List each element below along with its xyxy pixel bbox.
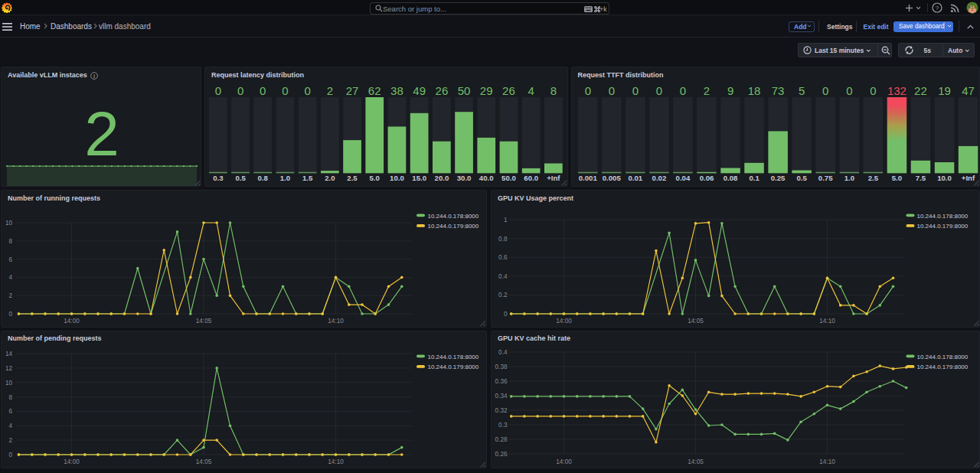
svg-text:0: 0	[305, 84, 311, 97]
svg-text:14:10: 14:10	[819, 318, 835, 325]
svg-text:14:05: 14:05	[196, 318, 212, 325]
svg-text:10: 10	[5, 379, 13, 386]
svg-text:0: 0	[260, 84, 266, 97]
svg-text:12: 12	[5, 364, 13, 371]
svg-text:50: 50	[458, 84, 471, 97]
svg-text:10.244.0.178:8000: 10.244.0.178:8000	[428, 353, 479, 360]
svg-text:73: 73	[771, 84, 784, 97]
svg-text:8: 8	[8, 393, 12, 400]
svg-text:14: 14	[5, 351, 13, 357]
svg-text:6: 6	[8, 408, 12, 415]
svg-text:26: 26	[502, 84, 515, 97]
svg-text:5.0: 5.0	[370, 174, 380, 182]
svg-text:10.0: 10.0	[390, 174, 404, 182]
svg-text:10.244.0.179:8000: 10.244.0.179:8000	[916, 223, 968, 230]
svg-text:4: 4	[8, 274, 12, 281]
svg-text:0.38: 0.38	[495, 364, 507, 370]
svg-text:2: 2	[8, 292, 12, 299]
svg-text:0.06: 0.06	[699, 174, 714, 182]
svg-text:47: 47	[962, 84, 975, 97]
svg-text:38: 38	[390, 84, 403, 97]
svg-text:0: 0	[584, 84, 590, 97]
svg-text:1.5: 1.5	[302, 174, 313, 182]
svg-text:7.5: 7.5	[915, 174, 926, 182]
svg-text:0.2: 0.2	[498, 292, 508, 298]
svg-text:0: 0	[632, 84, 638, 97]
svg-text:1.0: 1.0	[280, 174, 290, 182]
svg-text:19: 19	[938, 84, 951, 97]
svg-text:10.244.0.178:8000: 10.244.0.178:8000	[916, 213, 968, 220]
svg-text:0: 0	[679, 84, 685, 97]
svg-text:2: 2	[8, 437, 12, 444]
svg-text:0: 0	[608, 84, 614, 97]
svg-text:0.001: 0.001	[578, 174, 597, 182]
svg-text:0.1: 0.1	[749, 174, 760, 182]
svg-text:0.04: 0.04	[675, 174, 690, 182]
svg-text:14:10: 14:10	[819, 458, 835, 465]
svg-text:14:00: 14:00	[64, 318, 80, 325]
svg-text:0.75: 0.75	[818, 174, 832, 182]
svg-text:50.0: 50.0	[501, 174, 516, 182]
svg-text:0.3: 0.3	[498, 422, 508, 429]
svg-text:0.8: 0.8	[258, 174, 269, 182]
svg-text:8: 8	[550, 84, 557, 97]
svg-text:0.25: 0.25	[770, 174, 785, 182]
svg-text:10.244.0.178:8000: 10.244.0.178:8000	[916, 353, 968, 360]
svg-text:0: 0	[822, 84, 828, 97]
svg-text:10: 10	[5, 220, 13, 227]
svg-text:0.02: 0.02	[652, 174, 666, 182]
svg-text:0.5: 0.5	[796, 174, 807, 182]
svg-text:14:00: 14:00	[64, 458, 80, 465]
svg-text:+Inf: +Inf	[961, 174, 975, 182]
svg-text:4: 4	[8, 422, 12, 429]
svg-text:0.5: 0.5	[235, 174, 246, 182]
svg-text:6: 6	[8, 256, 12, 263]
svg-text:10.244.0.179:8000: 10.244.0.179:8000	[916, 364, 968, 370]
svg-text:14:05: 14:05	[688, 318, 704, 325]
svg-text:0: 0	[8, 311, 12, 318]
svg-text:1: 1	[503, 217, 507, 223]
svg-text:2.5: 2.5	[347, 174, 358, 182]
svg-text:2.5: 2.5	[867, 174, 878, 182]
svg-text:5: 5	[799, 84, 805, 97]
svg-text:0: 0	[282, 84, 288, 97]
svg-text:40.0: 40.0	[479, 174, 494, 182]
svg-text:0: 0	[655, 84, 662, 97]
svg-text:14:00: 14:00	[556, 458, 572, 465]
svg-text:0: 0	[503, 311, 507, 318]
svg-text:20.0: 20.0	[435, 174, 449, 182]
svg-text:0: 0	[237, 84, 243, 97]
svg-text:8: 8	[8, 238, 12, 245]
svg-text:49: 49	[413, 84, 426, 97]
svg-text:2: 2	[327, 84, 333, 97]
svg-text:62: 62	[368, 84, 381, 97]
svg-text:i: i	[93, 73, 95, 80]
svg-text:14:10: 14:10	[328, 458, 344, 465]
svg-text:9: 9	[727, 84, 733, 97]
svg-text:0.36: 0.36	[495, 378, 507, 385]
svg-text:10.244.0.179:8000: 10.244.0.179:8000	[428, 223, 479, 230]
svg-text:30.0: 30.0	[457, 174, 472, 182]
svg-text:2: 2	[84, 99, 119, 168]
svg-text:?: ?	[936, 5, 939, 11]
svg-text:0: 0	[215, 84, 221, 97]
svg-text:10.244.0.178:8000: 10.244.0.178:8000	[428, 213, 479, 220]
svg-text:15.0: 15.0	[412, 174, 426, 182]
svg-text:26: 26	[436, 84, 449, 97]
svg-text:14:05: 14:05	[688, 458, 704, 465]
svg-text:0.28: 0.28	[495, 436, 507, 443]
svg-text:18: 18	[747, 84, 760, 97]
svg-text:0.005: 0.005	[602, 174, 621, 182]
svg-text:10.244.0.179:8000: 10.244.0.179:8000	[428, 364, 479, 370]
svg-text:60.0: 60.0	[524, 174, 538, 182]
svg-text:0.32: 0.32	[495, 407, 507, 414]
svg-text:10.0: 10.0	[937, 174, 952, 182]
svg-text:0: 0	[870, 84, 876, 97]
svg-text:1.0: 1.0	[844, 174, 854, 182]
svg-text:+Inf: +Inf	[547, 174, 560, 182]
svg-text:27: 27	[346, 84, 359, 97]
svg-text:2: 2	[703, 84, 709, 97]
svg-text:29: 29	[480, 84, 493, 97]
svg-text:5.0: 5.0	[891, 174, 901, 182]
svg-text:14:10: 14:10	[328, 318, 344, 325]
